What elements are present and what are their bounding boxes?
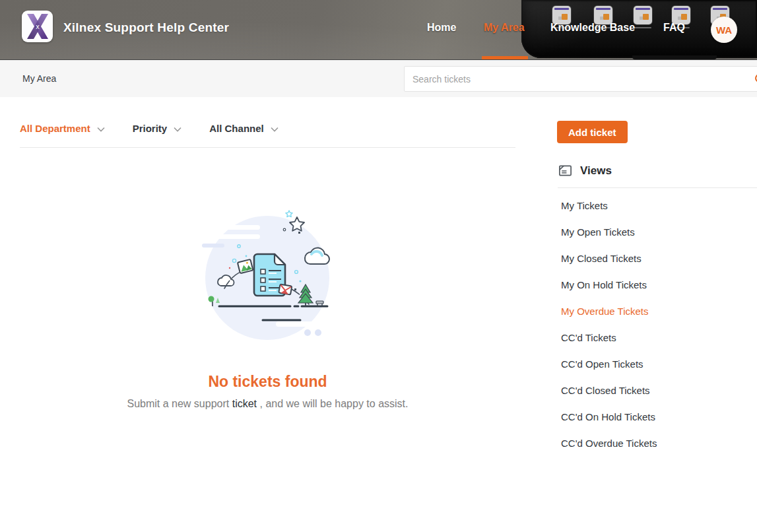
chevron-down-icon: [174, 127, 181, 132]
nav-my-area[interactable]: My Area: [484, 22, 525, 34]
add-ticket-button[interactable]: Add ticket: [557, 121, 628, 143]
top-header: x Xilnex Support Help Center Home My Are…: [0, 0, 757, 59]
view-my-on-hold-tickets[interactable]: My On Hold Tickets: [561, 279, 647, 290]
search-box: [404, 66, 757, 92]
nav-faq[interactable]: FAQ: [663, 22, 685, 34]
brand-logo[interactable]: x: [22, 11, 53, 42]
view-my-overdue-tickets[interactable]: My Overdue Tickets: [561, 306, 649, 317]
filter-channel[interactable]: All Channel: [209, 123, 279, 134]
empty-state-illustration: [198, 208, 337, 348]
subtitle-prefix: Submit a new support: [127, 398, 229, 409]
subtitle-suffix: , and we will be happy to assist.: [259, 398, 408, 409]
views-folder-icon: [558, 163, 573, 178]
view-ccd-tickets[interactable]: CC'd Tickets: [561, 332, 616, 343]
photo-app-tile: [634, 6, 652, 24]
nav-home[interactable]: Home: [427, 22, 456, 34]
user-avatar[interactable]: WA: [711, 17, 737, 43]
empty-state-subtitle: Submit a new support ticket , and we wil…: [20, 398, 515, 410]
view-my-open-tickets[interactable]: My Open Tickets: [561, 226, 635, 238]
chevron-down-icon: [271, 127, 279, 132]
view-my-closed-tickets[interactable]: My Closed Tickets: [561, 253, 642, 264]
nav-knowledge-base[interactable]: Knowledge Base: [550, 22, 635, 34]
breadcrumb: My Area: [22, 73, 56, 84]
photo-app-caption: [634, 27, 651, 28]
view-ccd-overdue-tickets[interactable]: CC'd Overdue Tickets: [561, 438, 657, 449]
filter-department-label: All Department: [20, 123, 90, 134]
views-heading: Views: [580, 164, 612, 178]
empty-state-title: No tickets found: [20, 373, 515, 391]
ticket-filter-bar: All Department Priority All Channel: [20, 123, 279, 134]
search-icon[interactable]: [754, 73, 757, 85]
new-ticket-link[interactable]: ticket: [232, 398, 257, 409]
filter-priority-label: Priority: [133, 123, 168, 134]
svg-text:x: x: [36, 22, 40, 30]
page: x Xilnex Support Help Center Home My Are…: [0, 0, 757, 532]
views-divider: [558, 187, 757, 188]
chevron-down-icon: [97, 127, 105, 132]
breadcrumb-search-bar: My Area: [0, 59, 757, 97]
view-my-tickets[interactable]: My Tickets: [561, 200, 608, 211]
filter-channel-label: All Channel: [209, 123, 264, 134]
view-ccd-open-tickets[interactable]: CC'd Open Tickets: [561, 358, 643, 370]
filter-department[interactable]: All Department: [20, 123, 105, 134]
views-header: Views: [558, 163, 612, 178]
xilnex-x-logo-icon: x: [26, 14, 49, 39]
view-ccd-closed-tickets[interactable]: CC'd Closed Tickets: [561, 385, 650, 396]
filter-divider: [20, 147, 515, 148]
filter-priority[interactable]: Priority: [133, 123, 182, 134]
search-input[interactable]: [405, 67, 757, 91]
portal-title: Xilnex Support Help Center: [63, 20, 229, 35]
view-ccd-on-hold-tickets[interactable]: CC'd On Hold Tickets: [561, 411, 655, 422]
